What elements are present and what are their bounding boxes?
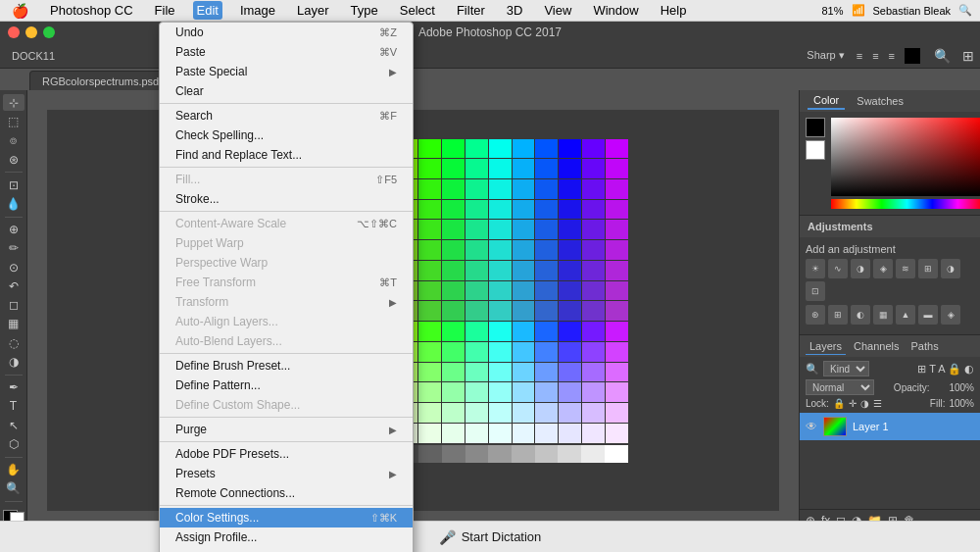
menu-item-paste[interactable]: Paste⌘V — [160, 42, 413, 62]
adj-invert[interactable]: ◐ — [851, 305, 870, 325]
align-right-icon[interactable]: ≡ — [889, 50, 895, 62]
menu-layer[interactable]: Layer — [293, 1, 333, 20]
adjustments-header[interactable]: Adjustments — [800, 216, 980, 237]
fullscreen-button[interactable]: ⊞ — [962, 48, 974, 64]
swatches-tab[interactable]: Swatches — [851, 93, 909, 109]
close-button[interactable] — [8, 26, 20, 38]
layer-visibility-icon[interactable]: 👁 — [806, 420, 817, 433]
type-tool[interactable]: T — [3, 398, 24, 415]
paths-tab[interactable]: Paths — [907, 338, 943, 354]
align-left-icon[interactable]: ≡ — [857, 50, 862, 62]
eraser-tool[interactable]: ◻ — [3, 297, 24, 314]
menu-edit[interactable]: Edit — [193, 1, 222, 20]
menu-item-presets[interactable]: Presets▶ — [160, 464, 413, 483]
menu-3d[interactable]: 3D — [503, 1, 527, 20]
shape-tool[interactable]: ⬡ — [3, 435, 24, 452]
menu-window[interactable]: Window — [589, 1, 642, 20]
color-spectrum-box[interactable] — [831, 118, 980, 196]
menu-item-convert-to-profile[interactable]: Convert to Profile... — [160, 547, 413, 552]
kind-dropdown[interactable]: Kind — [823, 361, 869, 376]
gradient-tool[interactable]: ▦ — [3, 316, 24, 332]
brush-tool[interactable]: ✏ — [3, 240, 24, 257]
menu-item-adobe-pdf-presets[interactable]: Adobe PDF Presets... — [160, 444, 413, 464]
crop-tool[interactable]: ⊡ — [3, 176, 24, 193]
path-select-tool[interactable]: ↖ — [3, 417, 24, 433]
menu-item-define-brush-preset[interactable]: Define Brush Preset... — [160, 356, 413, 376]
channels-tab[interactable]: Channels — [850, 338, 903, 354]
menu-photoshop[interactable]: Photoshop CC — [46, 1, 137, 20]
menu-image[interactable]: Image — [236, 1, 279, 20]
fill-value[interactable]: 100% — [949, 398, 974, 409]
menu-item-remote-connections[interactable]: Remote Connections... — [160, 483, 413, 503]
minimize-button[interactable] — [25, 26, 37, 38]
zoom-tool[interactable]: 🔍 — [3, 480, 24, 497]
adj-brightness[interactable]: ☀ — [806, 259, 825, 278]
opacity-value[interactable]: 100% — [949, 382, 974, 393]
adj-exposure[interactable]: ◑ — [851, 259, 870, 278]
healing-tool[interactable]: ⊕ — [3, 221, 24, 237]
history-tool[interactable]: ↶ — [3, 277, 24, 294]
menu-item-clear[interactable]: Clear — [160, 81, 413, 101]
search-button[interactable]: 🔍 — [934, 48, 951, 64]
quick-select-tool[interactable]: ⊛ — [3, 151, 24, 168]
start-dictation-label[interactable]: Start Dictation — [462, 529, 542, 544]
menu-filter[interactable]: Filter — [453, 1, 489, 20]
blur-tool[interactable]: ◌ — [3, 334, 24, 351]
adj-gradient-map[interactable]: ▬ — [918, 305, 938, 325]
apple-menu[interactable]: 🍎 — [8, 1, 32, 21]
menu-select[interactable]: Select — [396, 1, 439, 20]
eyedropper-tool[interactable]: 💧 — [3, 195, 24, 212]
menu-file[interactable]: File — [151, 1, 179, 20]
menu-item-stroke[interactable]: Stroke... — [160, 189, 413, 209]
toolbar-sharp[interactable]: Sharp ▾ — [807, 49, 844, 62]
bg-color-swatch[interactable] — [806, 140, 825, 160]
color-tab[interactable]: Color — [808, 92, 845, 110]
menu-help[interactable]: Help — [657, 1, 691, 20]
color-panel-header[interactable]: Color Swatches — [800, 90, 980, 112]
lock-icon[interactable]: 🔒 — [833, 398, 845, 409]
adj-channel-mix[interactable]: ⊛ — [806, 305, 825, 325]
fg-color-swatch[interactable] — [806, 118, 825, 137]
blend-mode-select[interactable]: Normal — [806, 379, 874, 395]
adj-selective-color[interactable]: ◈ — [941, 305, 960, 325]
lock-art-icon[interactable]: ◑ — [860, 398, 869, 409]
lock-all-icon[interactable]: ☰ — [873, 398, 882, 409]
color-swatch-toolbar[interactable] — [905, 48, 920, 64]
move-tool[interactable]: ⊹ — [3, 94, 24, 111]
toolbar-dock[interactable]: DOCK11 — [6, 48, 61, 64]
maximize-button[interactable] — [43, 26, 55, 38]
lasso-tool[interactable]: ⌾ — [3, 132, 24, 149]
clone-tool[interactable]: ⊙ — [3, 259, 24, 276]
adj-photo-filter[interactable]: ⊡ — [806, 281, 825, 301]
menu-view[interactable]: View — [540, 1, 575, 20]
adj-color-balance[interactable]: ⊞ — [918, 259, 938, 278]
menu-item-color-settings[interactable]: Color Settings...⇧⌘K — [160, 508, 413, 527]
pen-tool[interactable]: ✒ — [3, 379, 24, 396]
adj-posterize[interactable]: ▦ — [873, 305, 893, 325]
adj-bw[interactable]: ◑ — [941, 259, 960, 278]
hue-slider[interactable] — [831, 199, 980, 209]
adj-threshold[interactable]: ▲ — [896, 305, 915, 325]
menu-item-paste-special[interactable]: Paste Special▶ — [160, 62, 413, 81]
marquee-tool[interactable]: ⬚ — [3, 113, 24, 129]
lock-move-icon[interactable]: ✛ — [849, 398, 857, 409]
menu-item-find-and-replace-text[interactable]: Find and Replace Text... — [160, 145, 413, 165]
menu-item-assign-profile[interactable]: Assign Profile... — [160, 527, 413, 547]
menu-item-purge[interactable]: Purge▶ — [160, 420, 413, 439]
layer-item[interactable]: 👁 Layer 1 — [800, 413, 980, 440]
menu-item-undo[interactable]: Undo⌘Z — [160, 23, 413, 42]
align-center-icon[interactable]: ≡ — [872, 50, 878, 62]
adj-hsl[interactable]: ≋ — [896, 259, 915, 278]
menu-item-search[interactable]: Search⌘F — [160, 106, 413, 125]
adj-curves[interactable]: ∿ — [828, 259, 848, 278]
menu-type[interactable]: Type — [347, 1, 382, 20]
dodge-tool[interactable]: ◑ — [3, 353, 24, 370]
hand-tool[interactable]: ✋ — [3, 461, 24, 477]
search-icon[interactable]: 🔍 — [958, 4, 972, 17]
adj-vibrance[interactable]: ◈ — [873, 259, 893, 278]
adj-color-lookup[interactable]: ⊞ — [828, 305, 848, 325]
menu-item-check-spelling[interactable]: Check Spelling... — [160, 125, 413, 145]
menu-item-define-pattern[interactable]: Define Pattern... — [160, 376, 413, 395]
layers-tab[interactable]: Layers — [806, 338, 846, 355]
layers-options-icons[interactable]: ⊞ T A 🔒 ◐ — [917, 363, 974, 376]
